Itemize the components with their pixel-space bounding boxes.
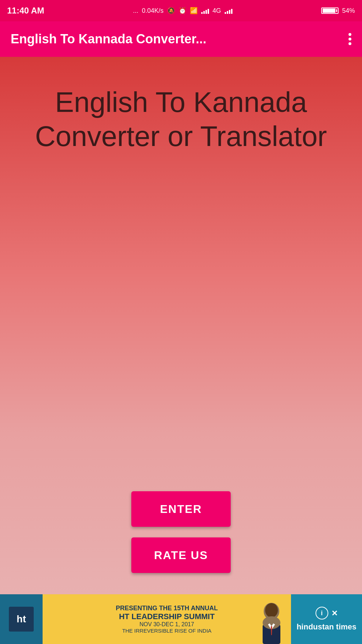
svg-point-1 [265,603,278,617]
status-bar: 11:40 AM ... 0.04K/s 🔕 ⏰ 📶 4G 54% [0,0,362,21]
ad-left-section: ht [0,594,43,644]
battery-fill [323,9,335,13]
hero-title: English To Kannada Converter or Translat… [7,85,355,153]
ad-close-icon[interactable]: × [332,607,338,619]
ad-person-image [256,601,287,644]
ad-headline: PRESENTING THE 15TH ANNUAL [116,605,218,612]
battery-tip [336,9,337,12]
status-right: 54% [321,7,355,15]
ad-right-section: i × hindustan times [291,594,362,644]
enter-button[interactable]: ENTER [131,491,231,527]
battery-icon [321,7,339,14]
menu-dot-3 [349,42,351,45]
ad-subtitle: HT LEADERSHIP SUMMIT [116,612,218,621]
ad-dates: NOV 30-DEC 1, 2017 [116,621,218,628]
app-title: English To Kannada Converter... [11,32,206,47]
buttons-section: ENTER RATE US [131,491,231,573]
ad-tagline: THE IRREVERSIBLE RISE OF INDIA [116,628,218,634]
main-content: English To Kannada Converter or Translat… [0,57,362,594]
signal-bars-icon [201,7,209,14]
alarm-icon: ⏰ [179,7,186,15]
mute-icon: 🔕 [167,7,175,15]
more-vert-icon[interactable] [349,33,351,45]
network-dots: ... [133,7,138,15]
hindustan-times-logo: hindustan times [297,622,357,632]
ad-banner: ht PRESENTING THE 15TH ANNUAL HT LEADERS… [0,594,362,644]
network-type: 4G [213,7,221,15]
network-speed: 0.04K/s [142,7,164,15]
ad-center-section[interactable]: PRESENTING THE 15TH ANNUAL HT LEADERSHIP… [43,594,291,644]
rate-us-button[interactable]: RATE US [131,537,231,573]
menu-dot-2 [349,38,351,40]
app-bar: English To Kannada Converter... [0,21,362,57]
ht-logo: ht [9,607,34,632]
menu-dot-1 [349,33,351,36]
signal-bars-2-icon [225,7,232,14]
status-center: ... 0.04K/s 🔕 ⏰ 📶 4G [133,7,232,15]
ad-text: PRESENTING THE 15TH ANNUAL HT LEADERSHIP… [116,605,218,634]
ad-info-icon[interactable]: i [316,607,328,619]
status-time: 11:40 AM [7,6,44,16]
status-left: 11:40 AM [7,6,44,16]
battery-percent: 54% [342,7,355,15]
wifi-icon: 📶 [190,7,198,15]
ad-info-icons: i × [316,607,338,619]
